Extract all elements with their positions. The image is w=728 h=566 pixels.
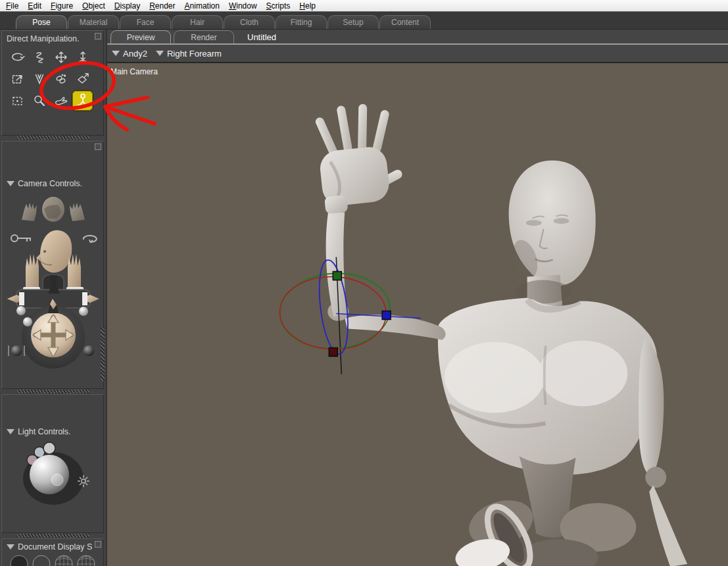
light-controls-widget[interactable] — [2, 440, 102, 526]
tab-fitting[interactable]: Fitting — [276, 15, 327, 29]
camera-controls-widget[interactable] — [3, 191, 103, 369]
frame-icon — [11, 94, 25, 107]
collapse-triangle-icon[interactable] — [7, 544, 14, 550]
scale-icon — [11, 72, 25, 86]
panel-collapse-button[interactable] — [95, 541, 101, 548]
display-style-buttons[interactable] — [7, 554, 106, 566]
scene-canvas[interactable] — [107, 63, 728, 566]
color-tool-button[interactable] — [72, 69, 93, 89]
sidebar-scroll-grip[interactable] — [101, 327, 105, 381]
taper-icon — [32, 72, 47, 86]
collapse-triangle-icon[interactable] — [7, 429, 14, 434]
wireframe-style-icon[interactable] — [55, 555, 72, 566]
camera-controls-panel: Camera Controls. — [1, 141, 104, 390]
camera-name-label: Main Camera — [110, 67, 158, 76]
rotate-icon — [11, 51, 25, 64]
gizmo-red-handle[interactable] — [329, 347, 337, 356]
room-tab-bar: Pose Material Face Hair Cloth Fitting Se… — [0, 12, 728, 30]
camera-trackball[interactable] — [9, 299, 94, 369]
mannequin-figure[interactable] — [314, 104, 687, 566]
scale-tool-button[interactable] — [7, 69, 28, 89]
face-camera-head-icon[interactable] — [36, 230, 72, 272]
panel-collapse-button[interactable] — [95, 33, 101, 39]
gizmo-blue-handle[interactable] — [382, 311, 391, 320]
head-camera-icon[interactable] — [42, 197, 64, 222]
translate-in-out-icon — [76, 51, 90, 64]
chain-break-tool-button[interactable] — [51, 69, 71, 89]
menu-scripts[interactable]: Scripts — [262, 1, 295, 11]
panel-divider[interactable] — [2, 533, 104, 538]
gizmo-green-handle[interactable] — [333, 272, 341, 280]
document-area: Preview Render Untitled Andy2 Right Fore… — [107, 30, 728, 566]
tab-material[interactable]: Material — [68, 15, 119, 29]
outline-style-icon[interactable] — [33, 555, 50, 566]
figure-selector[interactable]: Andy2 — [123, 49, 147, 59]
light-trackball[interactable] — [30, 455, 69, 494]
direct-manipulation-panel: Direct Manipulation. — [1, 30, 104, 136]
body-part-dropdown-icon[interactable] — [156, 51, 164, 56]
panel-collapse-button[interactable] — [95, 143, 101, 150]
tab-setup[interactable]: Setup — [328, 15, 379, 29]
direct-manipulation-icon — [73, 91, 93, 110]
document-display-panel: Document Display S — [1, 538, 104, 566]
tab-render[interactable]: Render — [174, 30, 234, 43]
tab-hair[interactable]: Hair — [172, 15, 223, 29]
grab-hand-icon — [53, 94, 69, 107]
figure-dropdown-icon[interactable] — [112, 51, 120, 56]
hidden-line-style-icon[interactable] — [78, 555, 95, 566]
tab-face[interactable]: Face — [120, 15, 171, 29]
translate-icon — [54, 51, 68, 64]
menu-object[interactable]: Object — [78, 1, 110, 11]
menu-window[interactable]: Window — [224, 1, 262, 11]
key-camera-icon[interactable] — [11, 235, 31, 242]
panel-divider[interactable] — [2, 136, 104, 140]
menu-file[interactable]: File — [1, 1, 23, 11]
direct-manipulation-title: Direct Manipulation. — [7, 34, 79, 43]
menu-animation[interactable]: Animation — [180, 1, 224, 11]
document-title: Untitled — [247, 32, 276, 43]
light-indicator-2[interactable] — [43, 442, 55, 454]
collapse-triangle-icon[interactable] — [7, 181, 14, 186]
panel-divider[interactable] — [2, 389, 104, 394]
editing-tools-grid — [2, 45, 103, 111]
direct-manipulation-tool-button[interactable] — [72, 91, 93, 111]
document-tab-bar: Preview Render Untitled — [107, 30, 728, 45]
left-tool-sidebar: Direct Manipulation. — [0, 30, 107, 566]
rotate-tool-button[interactable] — [7, 47, 28, 67]
menu-figure[interactable]: Figure — [46, 1, 78, 11]
color-icon — [76, 72, 90, 86]
tab-pose[interactable]: Pose — [16, 15, 67, 29]
body-part-selector[interactable]: Right Forearm — [167, 49, 222, 59]
rotate-camera-icon[interactable] — [84, 236, 97, 242]
menu-help[interactable]: Help — [295, 1, 320, 11]
magnify-tool-button[interactable] — [29, 91, 49, 111]
camera-controls-title: Camera Controls. — [18, 179, 82, 188]
actor-selection-bar: Andy2 Right Forearm — [107, 45, 728, 63]
menu-display[interactable]: Display — [110, 1, 145, 11]
grab-tool-button[interactable] — [51, 91, 71, 111]
translate-in-out-tool-button[interactable] — [72, 47, 93, 67]
document-display-title: Document Display S — [18, 542, 92, 552]
translate-tool-button[interactable] — [51, 47, 71, 67]
tab-cloth[interactable]: Cloth — [224, 15, 275, 29]
tab-preview[interactable]: Preview — [110, 30, 171, 43]
twist-icon — [32, 51, 47, 64]
tab-content[interactable]: Content — [379, 15, 431, 29]
menu-bar: File Edit Figure Object Display Render A… — [0, 0, 728, 12]
3d-viewport[interactable]: Main Camera — [107, 63, 728, 566]
menu-edit[interactable]: Edit — [23, 1, 46, 11]
view-frame-tool-button[interactable] — [7, 91, 28, 111]
magnify-icon — [32, 94, 47, 107]
chain-icon — [54, 72, 68, 86]
twist-tool-button[interactable] — [29, 47, 49, 67]
menu-render[interactable]: Render — [145, 1, 180, 11]
light-controls-title: Light Controls. — [18, 427, 71, 436]
silhouette-style-icon[interactable] — [11, 555, 28, 566]
light-controls-panel: Light Controls. — [1, 394, 104, 533]
taper-tool-button[interactable] — [29, 69, 49, 89]
raised-hand[interactable] — [314, 104, 404, 215]
rotation-gizmo[interactable] — [278, 257, 421, 374]
